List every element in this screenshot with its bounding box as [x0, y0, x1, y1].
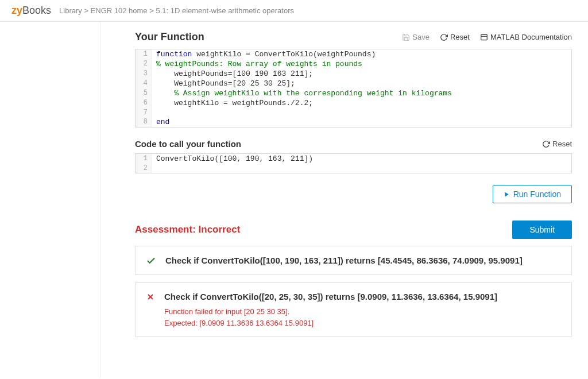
check-icon [146, 254, 156, 266]
reset-icon [542, 140, 550, 148]
logo-books: Books [22, 5, 51, 16]
line-number: 3 [136, 69, 152, 79]
save-label: Save [412, 33, 430, 41]
code-line: weightKilo = weightPounds./2.2; [152, 98, 318, 108]
result-pass: Check if ConvertToKilo([100, 190, 163, 2… [135, 246, 572, 275]
code-line: end [152, 117, 174, 127]
run-function-button[interactable]: Run Function [493, 185, 572, 203]
logo[interactable]: zyBooks [11, 5, 51, 17]
topbar: zyBooks Library > ENGR 102 home > 5.1: 1… [0, 0, 588, 22]
code-line: % weightPounds: Row array of weights in … [152, 59, 367, 69]
result-detail: Function failed for input [20 25 30 35].… [164, 306, 561, 328]
logo-zy: zy [11, 5, 22, 16]
call-reset-label: Reset [552, 140, 572, 148]
svg-rect-0 [481, 34, 488, 40]
call-header: Code to call your function Reset [135, 139, 572, 149]
code-line: ConvertToKilo([100, 190, 163, 211]) [152, 154, 318, 164]
result-title: Check if ConvertToKilo([20, 25, 30, 35])… [164, 291, 561, 303]
toolbar: Save Reset MATLAB Documentation [402, 33, 572, 41]
submit-button[interactable]: Submit [512, 221, 572, 239]
line-number: 6 [136, 98, 152, 108]
sidebar [0, 22, 100, 378]
breadcrumb[interactable]: Library > ENGR 102 home > 5.1: 1D elemen… [59, 6, 294, 15]
function-code-editor[interactable]: 1function weightKilo = ConvertToKilo(wei… [135, 49, 572, 127]
content: Your Function Save Reset MATLAB Document… [100, 22, 588, 378]
result-body: Check if ConvertToKilo([20, 25, 30, 35])… [164, 291, 561, 328]
reset-button[interactable]: Reset [440, 33, 470, 41]
line-number: 7 [136, 108, 152, 117]
docs-label: MATLAB Documentation [490, 33, 572, 41]
run-row: Run Function [135, 185, 572, 203]
svg-marker-2 [505, 192, 508, 196]
line-number: 2 [136, 59, 152, 69]
x-icon [146, 291, 155, 328]
line-number: 2 [136, 164, 152, 173]
assessment-header: Assessment: Incorrect Submit [135, 221, 572, 239]
code-line: WeightPounds=[20 25 30 25]; [152, 79, 300, 88]
docs-button[interactable]: MATLAB Documentation [480, 33, 572, 41]
play-icon [504, 191, 510, 198]
code-line: % Assign weightKilo with the correspondi… [152, 88, 457, 98]
reset-icon [440, 33, 448, 41]
your-function-title: Your Function [135, 31, 204, 43]
line-number: 5 [136, 88, 152, 98]
result-body: Check if ConvertToKilo([100, 190, 163, 2… [165, 254, 561, 266]
call-title: Code to call your function [135, 139, 241, 149]
line-number: 1 [136, 154, 152, 164]
code-line: weightPounds=[100 190 163 211]; [152, 69, 318, 79]
call-reset-button[interactable]: Reset [542, 140, 572, 148]
assessment-title: Assessment: Incorrect [135, 224, 240, 235]
line-number: 8 [136, 117, 152, 127]
result-title: Check if ConvertToKilo([100, 190, 163, 2… [165, 254, 561, 266]
code-line: function weightKilo = ConvertToKilo(weig… [152, 49, 380, 59]
result-fail: Check if ConvertToKilo([20, 25, 30, 35])… [135, 282, 572, 337]
code-line [152, 108, 161, 117]
run-label: Run Function [513, 190, 561, 199]
save-button[interactable]: Save [402, 33, 430, 41]
code-line [152, 164, 161, 173]
your-function-header: Your Function Save Reset MATLAB Document… [135, 31, 572, 43]
line-number: 4 [136, 79, 152, 88]
call-code-editor[interactable]: 1ConvertToKilo([100, 190, 163, 211]) 2 [135, 153, 572, 173]
save-icon [402, 33, 410, 41]
main: Your Function Save Reset MATLAB Document… [0, 22, 588, 378]
docs-icon [480, 33, 488, 41]
line-number: 1 [136, 49, 152, 59]
reset-label: Reset [450, 33, 470, 41]
